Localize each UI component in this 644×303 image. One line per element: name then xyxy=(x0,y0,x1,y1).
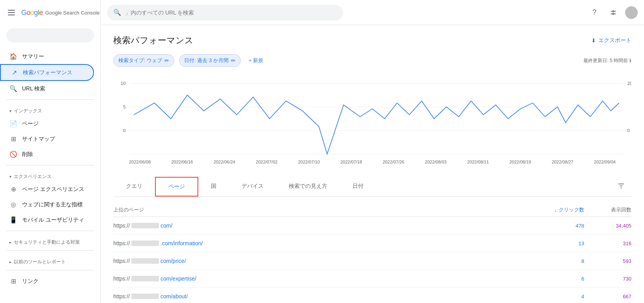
topbar: 🔍 ? xyxy=(101,0,644,25)
sidebar-item-mobile[interactable]: 📱 モバイル ユーザビリティ xyxy=(0,212,94,228)
chart-x-labels: 2022/06/08 2022/06/16 2022/06/24 2022/07… xyxy=(113,158,631,164)
row-url[interactable]: https:// com/expertise/ xyxy=(113,275,537,282)
chevron-icon: ▾ xyxy=(9,109,11,113)
x-label: 2022/09/04 xyxy=(594,160,616,164)
search-input[interactable] xyxy=(125,9,337,16)
experience-section-header: ▾ エクスペリエンス xyxy=(0,169,100,182)
sidebar-item-label: ページ エクスペリエンス xyxy=(22,186,84,193)
table-row: https:// .com/information/ 13 316 xyxy=(113,235,631,252)
x-label: 2022/07/10 xyxy=(298,160,320,164)
tab-date[interactable]: 日付 xyxy=(340,177,376,196)
search-bar[interactable]: 🔍 xyxy=(107,5,343,20)
row-impressions: 34,405 xyxy=(584,223,631,229)
sidebar-item-page-experience[interactable]: ⊕ ページ エクスペリエンス xyxy=(0,182,94,197)
sidebar-item-pages[interactable]: 📄 ページ xyxy=(0,116,94,131)
col-header-clicks[interactable]: ↓ クリック数 xyxy=(537,206,584,213)
filter-date[interactable]: 日付: 過去 3 か月間 ✏ xyxy=(179,54,241,67)
url-domain-placeholder xyxy=(131,294,159,299)
help-button[interactable]: ? xyxy=(587,6,602,20)
sidebar-item-label: サイトマップ xyxy=(22,136,55,143)
sidebar-item-label: サマリー xyxy=(22,53,44,60)
sidebar-item-label: リンク xyxy=(22,278,39,285)
sidebar-item-label: モバイル ユーザビリティ xyxy=(22,217,84,224)
sidebar-item-label: ページ xyxy=(22,120,39,127)
page-icon: 📄 xyxy=(9,120,17,127)
add-filter-button[interactable]: + 新規 xyxy=(245,55,266,66)
row-impressions: 593 xyxy=(584,258,631,264)
experience-icon: ⊕ xyxy=(9,185,17,193)
chevron-icon: ▸ xyxy=(9,240,11,244)
row-impressions: 316 xyxy=(584,241,631,246)
trend-icon: ↗ xyxy=(10,69,18,76)
property-selector[interactable] xyxy=(6,28,94,42)
sidebar-item-web-vitals[interactable]: ◎ ウェブに関する主な指標 xyxy=(0,197,94,212)
x-label: 2022/06/16 xyxy=(171,160,193,164)
filter-label: 検索タイプ: ウェブ xyxy=(118,57,162,64)
sidebar-item-links[interactable]: ⊞ リンク xyxy=(0,274,94,289)
col-clicks-label: クリック数 xyxy=(559,206,584,213)
tab-device[interactable]: デバイス xyxy=(229,177,276,196)
last-updated: 最終更新日: 5 時間前 ℹ xyxy=(583,57,631,64)
tab-search-appearance[interactable]: 検索での見え方 xyxy=(276,177,340,196)
chevron-icon: ▸ xyxy=(9,260,11,264)
section-label: 以前のツールとレポート xyxy=(14,259,66,265)
url-path: com/expertise/ xyxy=(161,275,196,282)
page-header: 検索パフォーマンス ⬇ エクスポート xyxy=(113,35,631,46)
col-impressions-label: 表示回数 xyxy=(611,207,631,213)
chart-svg: 10 5 0 200 0 xyxy=(113,79,631,158)
svg-text:0: 0 xyxy=(123,128,125,133)
security-section-header[interactable]: ▸ セキュリティと手動による対策 xyxy=(0,234,100,247)
x-label: 2022/06/08 xyxy=(129,160,151,164)
row-url[interactable]: https:// .com/information/ xyxy=(113,240,537,246)
edit-icon: ✏ xyxy=(231,57,236,64)
sidebar-item-removal[interactable]: 🚫 削除 xyxy=(0,147,94,162)
row-impressions: 667 xyxy=(584,294,631,299)
sidebar-item-search-performance[interactable]: ↗ 検索パフォーマンス xyxy=(0,64,94,81)
url-domain-placeholder xyxy=(131,276,159,281)
url-prefix: https:// xyxy=(113,222,130,229)
sidebar-item-label: 検索パフォーマンス xyxy=(23,69,72,76)
removal-icon: 🚫 xyxy=(9,151,17,158)
search-small-icon: 🔍 xyxy=(9,85,17,92)
row-url[interactable]: https:// com/price/ xyxy=(113,258,537,264)
row-url[interactable]: https:// com/about/ xyxy=(113,293,537,299)
x-label: 2022/07/26 xyxy=(383,160,404,164)
info-icon: ℹ xyxy=(629,58,631,63)
tab-country[interactable]: 国 xyxy=(198,177,229,196)
nav-divider-5 xyxy=(6,270,94,270)
edit-icon: ✏ xyxy=(164,57,169,64)
main-area: 🔍 ? 検索パフォーマンス ⬇ エクスポート xyxy=(101,0,644,303)
sidebar-item-url-inspection[interactable]: 🔍 URL 検索 xyxy=(0,81,94,96)
table-filter-button[interactable] xyxy=(611,179,631,195)
legacy-section-header[interactable]: ▸ 以前のツールとレポート xyxy=(0,254,100,267)
x-label: 2022/07/18 xyxy=(340,160,362,164)
menu-icon[interactable] xyxy=(6,8,17,17)
x-label: 2022/08/19 xyxy=(509,160,531,164)
tab-page[interactable]: ページ xyxy=(155,177,198,196)
table-row: https:// com/about/ 4 667 xyxy=(113,288,631,303)
avatar[interactable] xyxy=(625,6,638,19)
settings-button[interactable] xyxy=(606,6,620,20)
x-label: 2022/07/02 xyxy=(256,160,277,164)
col-header-page: 上位のページ xyxy=(113,206,537,213)
url-path: com/price/ xyxy=(161,258,186,264)
url-prefix: https:// xyxy=(113,293,130,299)
sidebar-item-sitemap[interactable]: ⊞ サイトマップ xyxy=(0,131,94,147)
url-path: com/about/ xyxy=(161,293,188,299)
results-table: 上位のページ ↓ クリック数 表示回数 https:// com/ 478 xyxy=(113,203,631,303)
export-button[interactable]: ⬇ エクスポート xyxy=(591,37,631,44)
filter-search-type[interactable]: 検索タイプ: ウェブ ✏ xyxy=(113,54,174,67)
row-clicks: 8 xyxy=(537,258,584,264)
chart-area: 10 5 0 200 0 2022/06/08 2022/06/16 2022/… xyxy=(113,73,631,167)
x-label: 2022/08/27 xyxy=(552,160,573,164)
tab-query[interactable]: クエリ xyxy=(113,177,155,196)
home-icon: 🏠 xyxy=(9,53,17,60)
sidebar-item-summary[interactable]: 🏠 サマリー xyxy=(0,49,94,64)
add-filter-label: + 新規 xyxy=(249,57,263,64)
logo-area: Google Google Search Console xyxy=(21,9,100,17)
google-logo: Google xyxy=(21,9,43,17)
sitemap-icon: ⊞ xyxy=(9,135,17,143)
row-url[interactable]: https:// com/ xyxy=(113,222,537,229)
sidebar: Google Google Search Console 🏠 サマリー ↗ 検索… xyxy=(0,0,101,303)
url-domain-placeholder xyxy=(131,241,159,246)
